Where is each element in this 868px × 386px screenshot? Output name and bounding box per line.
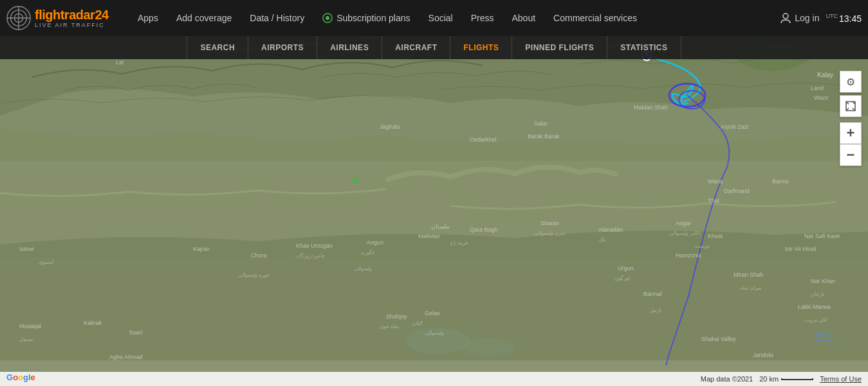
main-navbar: flightradar24 LIVE AIR TRAFFIC Apps Add … [0,0,868,36]
svg-point-85 [353,178,359,184]
svg-text:Maidan Shah: Maidan Shah [634,104,668,111]
terms-link[interactable]: Terms of Use [820,375,862,383]
svg-text:انگورى: انگورى [360,249,374,255]
user-icon [780,12,791,24]
svg-text:Shakai Valley: Shakai Valley [701,336,736,342]
svg-text:Darfmand: Darfmand [724,188,750,194]
fullscreen-button[interactable] [840,95,862,117]
logo[interactable]: flightradar24 LIVE AIR TRAFFIC [6,6,116,30]
svg-text:نكل: نكل [598,237,606,243]
settings-button[interactable]: ⚙ [840,71,862,93]
svg-text:آيستوى: آيستوى [39,259,54,265]
svg-text:Qara Bagh: Qara Bagh [470,226,498,233]
nav-subscription-label: Subscription plans [337,13,410,23]
svg-text:Mir Ali Mirali: Mir Ali Mirali [785,246,817,252]
utc-label: UTC [826,13,838,19]
logo-name: flightradar [35,8,95,22]
svg-text:Wazir: Wazir [814,95,829,101]
svg-text:Chora: Chora [251,252,267,259]
svg-text:Shahjoy: Shahjoy [386,313,407,320]
nav-press[interactable]: Press [462,0,503,36]
svg-text:Agha Ahmad: Agha Ahmad [109,354,143,360]
logo-text-wrap: flightradar24 LIVE AIR TRAFFIC [35,8,109,28]
svg-text:شاه جوى: شاه جوى [380,324,399,329]
svg-text:Hamzonis: Hamzonis [676,252,702,259]
svg-text:Thal: Thal [708,198,719,204]
subnav-airports[interactable]: AIRPORTS [248,36,317,59]
subscription-icon [322,13,333,23]
zoom-controls: + − [840,122,862,166]
utc-clock: UTC13:45 [826,13,862,24]
svg-text:Anguri: Anguri [367,239,383,246]
scale-label: 20 km [759,375,779,383]
svg-text:ګيلان: ګيلان [412,320,423,326]
svg-text:Khas Urozgan: Khas Urozgan [296,243,333,249]
nav-subscription[interactable]: Subscription plans [313,0,419,36]
svg-text:Oedarkhel: Oedarkhel [470,136,497,143]
zoom-out-button[interactable]: − [840,144,862,166]
svg-text:Miran Shah: Miran Shah [734,271,763,278]
nav-social[interactable]: Social [420,0,462,36]
nav-apps[interactable]: Apps [129,0,167,36]
nav-data-history[interactable]: Data / History [241,0,313,36]
bottom-bar: Google Map data ©2021 20 km Terms of Use [0,372,868,386]
svg-text:Sharan: Sharan [540,220,559,226]
svg-text:Kakrak: Kakrak [84,320,102,326]
google-logo-text: Google [6,372,35,382]
svg-text:Aryub Zazi: Aryub Zazi [721,124,748,130]
svg-text:اورگون: اورگون [614,275,630,281]
svg-text:ملستان: ملستان [431,223,450,230]
svg-text:ولسوالى: ولسوالى [354,266,372,271]
svg-text:نارخان: نارخان [811,291,824,297]
svg-text:Malistan: Malistan [418,233,440,239]
subnav-airlines[interactable]: AIRLINES [317,36,382,59]
svg-text:Lal: Lal [116,59,124,66]
svg-text:Istowi: Istowi [19,246,34,252]
svg-text:اكلى وليسوالى: اكلى وليسوالى [669,230,700,236]
svg-text:Angar: Angar [676,220,691,226]
svg-text:Jandola: Jandola [753,352,773,358]
subnav-flights[interactable]: FLIGHTS [450,36,512,59]
subnav-pinned[interactable]: PINNED FLIGHTS [512,36,607,59]
subnav-search[interactable]: SEARCH [187,36,248,59]
svg-text:مسقل: مسقل [19,336,33,342]
svg-text:Jaghatu: Jaghatu [380,124,400,130]
svg-text:Lakki Marwa: Lakki Marwa [798,304,831,310]
svg-text:Alanadan: Alanadan [598,226,623,233]
nav-add-coverage[interactable]: Add coverage [167,0,241,36]
svg-text:لكى مروت: لكى مروت [804,317,827,323]
svg-text:Land: Land [811,85,824,91]
svg-text:Urgun: Urgun [618,265,634,271]
clock-time: 13:45 [839,13,862,23]
nav-commercial[interactable]: Commercial services [544,0,646,36]
map-data-label: Map data ©2021 [701,375,753,383]
svg-text:Barak Barak: Barak Barak [528,133,560,140]
nav-right: Log in UTC13:45 [780,12,862,24]
svg-text:Wana: Wana [708,178,723,185]
svg-text:بارمل: بارمل [650,308,661,313]
logo-suffix: 24 [95,8,108,22]
map-controls: ⚙ [840,71,862,117]
svg-text:Bannu: Bannu [772,178,789,185]
expand-icon [845,101,856,111]
subnav-aircraft[interactable]: AIRCRAFT [382,36,450,59]
google-logo: Google [6,372,35,382]
svg-text:Kalay: Kalay [817,71,833,78]
nav-items: Apps Add coverage Data / History Subscri… [129,0,780,36]
login-button[interactable]: Log in [780,12,819,24]
scale-bar: 20 km [759,375,813,383]
logo-brand: flightradar24 [35,8,109,21]
svg-text:شرن وليسوالى: شرن وليسوالى [534,230,566,236]
subnav-statistics[interactable]: STATISTICS [607,36,681,59]
svg-text:خوست: خوست [695,243,710,249]
svg-point-2 [463,338,515,357]
svg-text:Towri: Towri [129,329,142,336]
logo-subtitle: LIVE AIR TRAFFIC [35,23,109,28]
svg-text:Nar Khan: Nar Khan [811,278,835,284]
svg-text:Kajran: Kajran [193,246,210,252]
zoom-in-button[interactable]: + [840,122,862,144]
logo-icon [6,6,31,30]
login-label: Log in [795,13,819,23]
svg-text:Gelan: Gelan [425,310,440,317]
nav-about[interactable]: About [503,0,544,36]
